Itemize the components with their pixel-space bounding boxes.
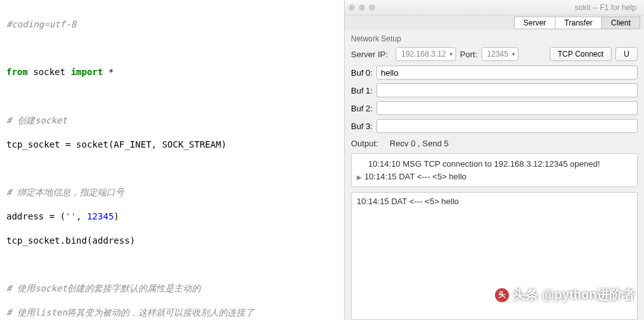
output-stats: Recv 0 , Send 5: [390, 139, 449, 148]
chevron-down-icon: ▾: [512, 51, 515, 57]
buf0-label: Buf 0:: [351, 68, 373, 78]
buf1-label: Buf 1:: [351, 86, 373, 95]
minimize-icon[interactable]: [359, 4, 365, 11]
sokit-window: sokit -- F1 for help Server Transfer Cli…: [344, 0, 644, 320]
close-icon[interactable]: [348, 4, 355, 11]
window-title: sokit -- F1 for help: [575, 3, 636, 12]
code-line: from socket import *: [6, 66, 338, 78]
port-combo[interactable]: 12345 ▾: [482, 47, 519, 61]
buf3-label: Buf 3:: [351, 122, 373, 131]
code-line: [6, 43, 338, 55]
chevron-down-icon: ▾: [450, 51, 453, 57]
code-line: address = ('', 12345): [6, 211, 338, 223]
port-value: 12345: [487, 50, 508, 59]
server-ip-combo[interactable]: 192.168.3.12 ▾: [396, 47, 456, 61]
network-setup-label: Network Setup: [345, 29, 644, 45]
tab-client[interactable]: Client: [601, 17, 640, 29]
code-editor: #coding=utf-8 from socket import * # 创建s…: [0, 0, 344, 320]
server-ip-value: 192.168.3.12: [401, 50, 446, 59]
code-line: [6, 259, 338, 271]
code-line: # 使用socket创建的套接字默认的属性是主动的: [6, 282, 338, 295]
traffic-lights[interactable]: [348, 4, 375, 11]
code-line: tcp_socket = socket(AF_INET, SOCK_STREAM…: [6, 139, 338, 151]
buf2-input[interactable]: [376, 101, 638, 115]
code-line: # 使用listen将其变为被动的，这样就可以接收别人的连接了: [6, 307, 338, 319]
tcp-connect-button[interactable]: TCP Connect: [550, 47, 612, 61]
code-line: #coding=utf-8: [6, 18, 338, 31]
toutiao-logo-icon: 头: [495, 288, 509, 302]
buf3-input[interactable]: [376, 119, 638, 133]
disclosure-triangle-icon[interactable]: ▶: [357, 174, 362, 181]
tab-transfer[interactable]: Transfer: [555, 17, 602, 29]
buf0-input[interactable]: [376, 66, 638, 80]
log-line: 10:14:10 MSG TCP connection to 192.168.3…: [357, 158, 632, 170]
port-label: Port:: [460, 50, 477, 59]
output-log: 10:14:10 MSG TCP connection to 192.168.3…: [351, 153, 638, 187]
titlebar: sokit -- F1 for help: [345, 0, 644, 15]
buf1-input[interactable]: [376, 83, 638, 97]
zoom-icon[interactable]: [369, 4, 375, 11]
code-line: # 创建socket: [6, 115, 338, 127]
output-label: Output:: [351, 139, 378, 148]
server-ip-label: Server IP:: [351, 50, 392, 59]
code-line: tcp_socket.bind(address): [6, 235, 338, 247]
u-button[interactable]: U: [615, 47, 638, 61]
tab-server[interactable]: Server: [514, 17, 555, 29]
output-header: Output: Recv 0 , Send 5: [345, 135, 644, 152]
watermark: 头 头条 @python进阶者: [495, 286, 635, 303]
code-line: # 绑定本地信息，指定端口号: [6, 186, 338, 198]
buf2-label: Buf 2:: [351, 104, 373, 113]
code-line: [6, 163, 338, 175]
code-line: [6, 90, 338, 102]
log-line: ▶10:14:15 DAT <--- <5> hello: [357, 170, 632, 183]
